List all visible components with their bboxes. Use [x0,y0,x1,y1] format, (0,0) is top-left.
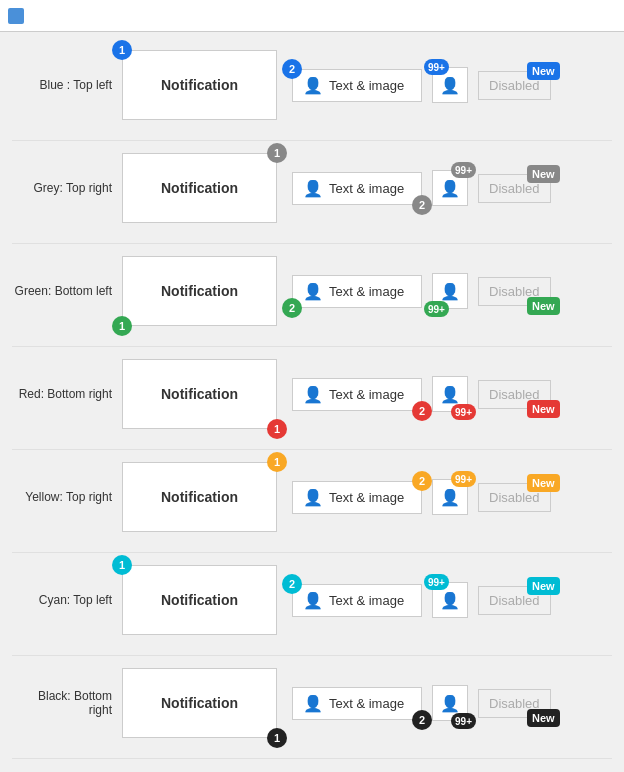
btn-wrapper-grey-top-right: 👤Text & image2 [292,172,422,205]
btn-wrapper-blue-top-left: 👤Text & image2 [292,69,422,102]
window-controls [478,0,616,32]
separator-1 [12,243,612,244]
new-badge-black-bottom-right: New [527,709,560,727]
disabled-wrapper-blue-top-left: DisabledNew [478,71,551,100]
notif-box-blue-top-left[interactable]: Notification [122,50,277,120]
icon-badge-green-bottom-left: 99+ [424,301,449,317]
text-image-btn-green-bottom-left[interactable]: 👤Text & image [292,275,422,308]
btn-label: Text & image [329,593,404,608]
notif-wrapper-cyan-top-left: Notification1 [122,555,292,645]
btn-label: Text & image [329,78,404,93]
notif-badge-blue-top-left: 1 [112,40,132,60]
label-black-bottom-right: Black: Bottom right [12,689,122,717]
notif-badge-green-bottom-left: 1 [112,316,132,336]
notif-box-red-bottom-right[interactable]: Notification [122,359,277,429]
person-icon: 👤 [303,282,323,301]
disabled-wrapper-cyan-top-left: DisabledNew [478,586,551,615]
btn-label: Text & image [329,284,404,299]
row-grey-top-right: Grey: Top rightNotification1👤Text & imag… [12,143,612,233]
disabled-new-wrap-red-bottom-right: DisabledNew [478,380,551,409]
icon-badge-grey-top-right: 99+ [451,162,476,178]
notif-box-green-bottom-left[interactable]: Notification [122,256,277,326]
person-icon: 👤 [303,488,323,507]
btn-wrapper-yellow-top-right: 👤Text & image2 [292,481,422,514]
icon-btn-wrapper-green-bottom-left: 👤99+ [432,273,468,309]
text-image-btn-cyan-top-left[interactable]: 👤Text & image [292,584,422,617]
btn-badge-blue-top-left: 2 [282,59,302,79]
icon-badge-blue-top-left: 99+ [424,59,449,75]
new-badge-cyan-top-left: New [527,577,560,595]
app-icon [8,8,24,24]
title-bar [0,0,624,32]
text-image-btn-blue-top-left[interactable]: 👤Text & image [292,69,422,102]
person-icon-2: 👤 [440,694,460,713]
text-image-btn-black-bottom-right[interactable]: 👤Text & image [292,687,422,720]
icon-btn-wrapper-black-bottom-right: 👤99+ [432,685,468,721]
label-yellow-top-right: Yellow: Top right [12,490,122,504]
icon-btn-wrapper-yellow-top-right: 👤99+ [432,479,468,515]
maximize-button[interactable] [524,0,570,32]
icon-badge-red-bottom-right: 99+ [451,404,476,420]
label-blue-top-left: Blue : Top left [12,78,122,92]
items-area-red-bottom-right: 👤Text & image2👤99+DisabledNew [292,368,612,420]
btn-wrapper-black-bottom-right: 👤Text & image2 [292,687,422,720]
row-black-bottom-right: Black: Bottom rightNotification1👤Text & … [12,658,612,748]
btn-label: Text & image [329,387,404,402]
notif-badge-yellow-top-right: 1 [267,452,287,472]
btn-wrapper-green-bottom-left: 👤Text & image2 [292,275,422,308]
items-area-yellow-top-right: 👤Text & image2👤99+DisabledNew [292,471,612,523]
window: Blue : Top leftNotification1👤Text & imag… [0,0,624,772]
disabled-wrapper-green-bottom-left: DisabledNew [478,277,551,306]
btn-wrapper-red-bottom-right: 👤Text & image2 [292,378,422,411]
close-button[interactable] [570,0,616,32]
notif-box-grey-top-right[interactable]: Notification [122,153,277,223]
btn-badge-black-bottom-right: 2 [412,710,432,730]
notif-wrapper-yellow-top-right: Notification1 [122,452,292,542]
btn-badge-red-bottom-right: 2 [412,401,432,421]
notif-box-cyan-top-left[interactable]: Notification [122,565,277,635]
person-icon-2: 👤 [440,488,460,507]
disabled-wrapper-black-bottom-right: DisabledNew [478,689,551,718]
separator-0 [12,140,612,141]
btn-label: Text & image [329,696,404,711]
text-image-btn-grey-top-right[interactable]: 👤Text & image [292,172,422,205]
separator-5 [12,655,612,656]
btn-wrapper-cyan-top-left: 👤Text & image2 [292,584,422,617]
label-red-bottom-right: Red: Bottom right [12,387,122,401]
btn-label: Text & image [329,181,404,196]
btn-label: Text & image [329,490,404,505]
separator-6 [12,758,612,759]
row-yellow-top-right: Yellow: Top rightNotification1👤Text & im… [12,452,612,542]
disabled-new-wrap-cyan-top-left: DisabledNew [478,586,551,615]
separator-2 [12,346,612,347]
person-icon: 👤 [303,179,323,198]
content-area: Blue : Top leftNotification1👤Text & imag… [0,32,624,772]
disabled-new-wrap-black-bottom-right: DisabledNew [478,689,551,718]
separator-4 [12,552,612,553]
items-area-green-bottom-left: 👤Text & image2👤99+DisabledNew [292,265,612,317]
person-icon: 👤 [303,591,323,610]
notif-wrapper-grey-top-right: Notification1 [122,143,292,233]
notif-wrapper-blue-top-left: Notification1 [122,40,292,130]
text-image-btn-red-bottom-right[interactable]: 👤Text & image [292,378,422,411]
items-area-black-bottom-right: 👤Text & image2👤99+DisabledNew [292,677,612,729]
person-icon: 👤 [303,385,323,404]
new-badge-red-bottom-right: New [527,400,560,418]
disabled-new-wrap-grey-top-right: DisabledNew [478,174,551,203]
notif-wrapper-green-bottom-left: Notification1 [122,246,292,336]
notif-badge-red-bottom-right: 1 [267,419,287,439]
new-badge-blue-top-left: New [527,62,560,80]
disabled-wrapper-grey-top-right: DisabledNew [478,174,551,203]
items-area-blue-top-left: 👤Text & image2👤99+DisabledNew [292,59,612,111]
items-area-cyan-top-left: 👤Text & image2👤99+DisabledNew [292,574,612,626]
person-icon: 👤 [303,694,323,713]
items-area-grey-top-right: 👤Text & image2👤99+DisabledNew [292,162,612,214]
separator-3 [12,449,612,450]
notif-badge-black-bottom-right: 1 [267,728,287,748]
icon-badge-cyan-top-left: 99+ [424,574,449,590]
row-green-bottom-left: Green: Bottom leftNotification1👤Text & i… [12,246,612,336]
notif-box-black-bottom-right[interactable]: Notification [122,668,277,738]
minimize-button[interactable] [478,0,524,32]
notif-box-yellow-top-right[interactable]: Notification [122,462,277,532]
text-image-btn-yellow-top-right[interactable]: 👤Text & image [292,481,422,514]
